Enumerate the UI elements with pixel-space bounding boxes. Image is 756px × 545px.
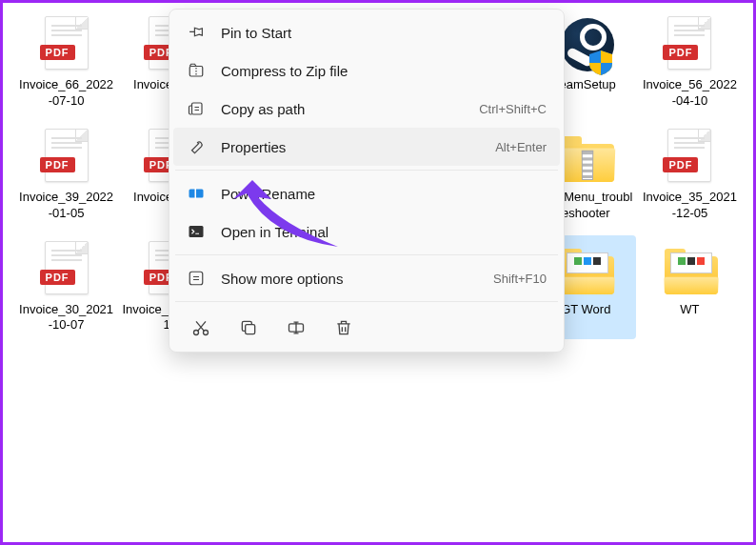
- zip-folder-icon: [561, 129, 610, 186]
- pdf-icon: PDF: [665, 16, 714, 73]
- file-item[interactable]: PDF Invoice_39_2022-01-05: [16, 123, 116, 228]
- cut-button[interactable]: [190, 317, 211, 338]
- menu-label: Compress to Zip file: [221, 63, 547, 79]
- file-label: Invoice_35_2021-12-05: [642, 190, 738, 222]
- menu-label: Properties: [221, 139, 495, 155]
- svg-rect-3: [195, 188, 197, 199]
- powerrename-icon: [187, 184, 206, 203]
- menu-copy-as-path[interactable]: Copy as path Ctrl+Shift+C: [173, 90, 560, 128]
- copy-button[interactable]: [238, 317, 259, 338]
- menu-label: Open in Terminal: [221, 224, 547, 240]
- wrench-icon: [187, 137, 206, 156]
- menu-divider: [175, 170, 558, 171]
- folder-icon: [561, 241, 610, 298]
- pdf-icon: PDF: [42, 16, 91, 73]
- menu-properties[interactable]: Properties Alt+Enter: [173, 128, 560, 166]
- menu-label: PowerRename: [221, 186, 547, 202]
- menu-shortcut: Alt+Enter: [495, 140, 547, 154]
- context-menu: Pin to Start Compress to Zip file Copy a…: [169, 9, 565, 353]
- menu-label: Show more options: [221, 271, 493, 287]
- zip-icon: [187, 61, 206, 80]
- svg-rect-8: [246, 325, 255, 334]
- menu-open-terminal[interactable]: Open in Terminal: [173, 212, 560, 251]
- menu-label: Pin to Start: [221, 25, 547, 41]
- file-item[interactable]: WT: [640, 235, 740, 340]
- menu-powerrename[interactable]: PowerRename: [173, 174, 560, 212]
- file-item[interactable]: PDF Invoice_30_2021-10-07: [16, 235, 116, 340]
- file-item[interactable]: PDF Invoice_35_2021-12-05: [640, 123, 740, 228]
- terminal-icon: [187, 222, 206, 241]
- file-label: teamSetup: [556, 77, 616, 93]
- steam-icon: [561, 16, 610, 73]
- pdf-icon: PDF: [665, 129, 714, 186]
- file-label: GT Word: [561, 302, 610, 318]
- menu-shortcut: Ctrl+Shift+C: [479, 102, 547, 116]
- file-label: Invoice_30_2021-10-07: [18, 302, 114, 334]
- menu-action-bar: [173, 306, 560, 348]
- menu-label: Copy as path: [221, 101, 479, 117]
- menu-divider: [175, 301, 558, 302]
- file-label: WT: [680, 302, 699, 318]
- menu-compress-zip[interactable]: Compress to Zip file: [173, 51, 560, 90]
- menu-shortcut: Shift+F10: [493, 272, 547, 286]
- menu-show-more-options[interactable]: Show more options Shift+F10: [173, 259, 560, 297]
- svg-rect-4: [189, 226, 204, 237]
- file-item[interactable]: PDF Invoice_56_2022-04-10: [640, 10, 740, 115]
- pdf-icon: PDF: [42, 241, 91, 298]
- folder-icon: [665, 241, 714, 298]
- pdf-icon: PDF: [42, 129, 91, 186]
- file-label: Invoice_66_2022-07-10: [18, 77, 114, 110]
- more-options-icon: [187, 269, 206, 288]
- menu-pin-to-start[interactable]: Pin to Start: [173, 13, 560, 51]
- file-label: Invoice_56_2022-04-10: [642, 77, 738, 110]
- rename-button[interactable]: [286, 317, 307, 338]
- file-item[interactable]: PDF Invoice_66_2022-07-10: [16, 10, 116, 115]
- pin-icon: [187, 23, 206, 42]
- delete-button[interactable]: [333, 317, 354, 338]
- svg-rect-1: [192, 103, 203, 114]
- copy-path-icon: [187, 99, 206, 118]
- menu-divider: [175, 254, 558, 255]
- svg-rect-5: [189, 272, 203, 285]
- file-label: Invoice_39_2022-01-05: [18, 190, 114, 222]
- shield-icon: [589, 50, 612, 75]
